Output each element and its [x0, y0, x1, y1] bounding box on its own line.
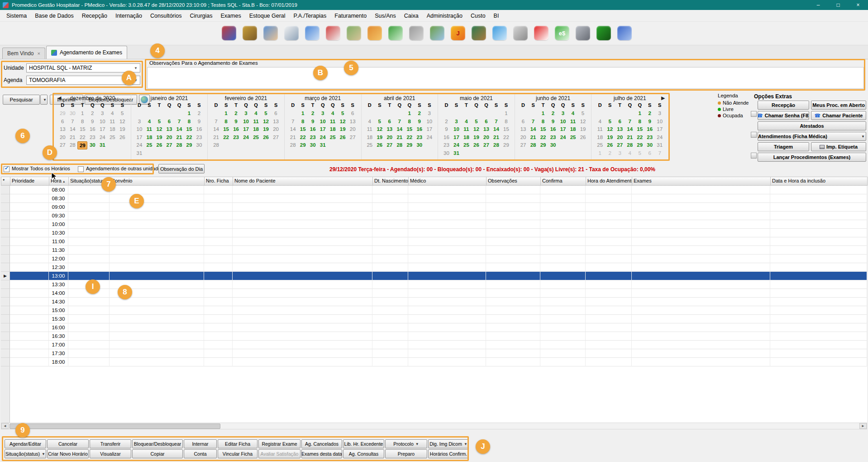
button-protocolo[interactable]: Protocolo▼ [385, 439, 427, 448]
selected-day[interactable]: 29 [77, 141, 87, 149]
chat-icon[interactable] [492, 26, 507, 40]
calendar-day[interactable]: 23 [548, 134, 558, 142]
calendar-day[interactable]: 6 [385, 118, 395, 126]
calendar-day[interactable]: 19 [471, 134, 481, 142]
calendar-day[interactable]: 30 [308, 141, 318, 149]
schedule-row-11:00[interactable]: 11:00 [1, 237, 867, 246]
calendar-day[interactable]: 12 [261, 118, 271, 126]
calendar-day[interactable]: 13 [518, 125, 528, 134]
invoice-icon[interactable] [513, 26, 528, 40]
calendar-day[interactable]: 19 [578, 125, 588, 134]
calendar-day[interactable]: 18 [365, 134, 375, 142]
calendar-day[interactable]: 12 [338, 118, 348, 126]
calendar-day[interactable]: 9 [645, 118, 655, 126]
calendar-day[interactable]: 14 [625, 125, 635, 134]
calendar-day[interactable]: 5 [635, 149, 645, 158]
calendar-day[interactable]: 3 [655, 110, 665, 118]
calendar-day[interactable]: 14 [395, 125, 405, 134]
observacoes-textarea[interactable] [147, 67, 864, 89]
monitor-icon[interactable] [596, 26, 611, 40]
calendar-day[interactable]: 5 [605, 118, 615, 126]
calendar-day[interactable]: 8 [635, 118, 645, 126]
calendar-day[interactable]: 6 [271, 110, 281, 118]
observacao-do-dia-button[interactable]: Observação do Dia [158, 164, 205, 173]
calendar-day[interactable]: 23 [87, 134, 97, 142]
calendar-day[interactable]: 9 [308, 118, 318, 126]
schedule-row-14:00[interactable]: 14:00 [1, 289, 867, 298]
calendar-day[interactable]: 26 [117, 134, 127, 142]
calendar-day[interactable]: 29 [57, 110, 67, 118]
calendar-day[interactable]: 1 [184, 110, 194, 118]
calendar-day[interactable]: 20 [518, 134, 528, 142]
calendar-day[interactable]: 22 [298, 134, 308, 142]
menu-item-recep-o[interactable]: Recepção [78, 10, 111, 22]
calendar-day[interactable]: 4 [251, 110, 261, 118]
calendar-day[interactable]: 22 [184, 134, 194, 142]
calendar-day[interactable]: 6 [615, 118, 625, 126]
column-header-hora-do-atendimento[interactable]: Hora do Atendimento [586, 177, 632, 186]
money-icon[interactable] [388, 26, 403, 40]
calendar-day[interactable]: 29 [184, 141, 194, 149]
calendar-day[interactable]: 12 [117, 118, 127, 126]
calendar-day[interactable]: 15 [184, 125, 194, 134]
calendar-day[interactable]: 8 [77, 118, 87, 126]
calendar-day[interactable]: 28 [174, 141, 184, 149]
exit-icon[interactable] [617, 26, 632, 40]
calendar-day[interactable]: 30 [194, 141, 204, 149]
calendar-day[interactable]: 16 [645, 125, 655, 134]
calendar-day[interactable]: 18 [107, 125, 117, 134]
phone-list-icon[interactable] [751, 111, 757, 117]
calendar-day[interactable]: 7 [655, 149, 665, 158]
calendar-day[interactable]: 13 [481, 125, 491, 134]
pesquisar-button[interactable]: Pesquisar [3, 95, 40, 105]
column-header-data-e-hora-da-inclus-o[interactable]: Data e Hora da inclusão [771, 177, 868, 186]
calendar-day[interactable]: 21 [174, 134, 184, 142]
calendar-day[interactable]: 16 [441, 134, 451, 142]
schedule-row-17:00[interactable]: 17:00 [1, 341, 867, 349]
checkbox-unchecked-icon[interactable] [78, 166, 84, 172]
calendar-day[interactable]: 10 [655, 118, 665, 126]
calendar-day[interactable]: 21 [625, 134, 635, 142]
menu-item-sistema[interactable]: Sistema [2, 10, 31, 22]
calendar-day[interactable]: 28 [288, 141, 298, 149]
calendar-day[interactable]: 25 [595, 141, 605, 149]
calendar-day[interactable]: 1 [405, 110, 415, 118]
calendar-day[interactable]: 25 [144, 141, 154, 149]
calendar-day[interactable]: 4 [107, 110, 117, 118]
schedule-row-13:30[interactable]: 13:30 [1, 280, 867, 289]
calendar-next-icon[interactable]: ▶ [661, 95, 665, 101]
calendar-day[interactable]: 14 [288, 125, 298, 134]
calendar-day[interactable]: 6 [518, 118, 528, 126]
schedule-row-08:30[interactable]: 08:30 [1, 194, 867, 203]
prescription-icon[interactable] [284, 26, 299, 40]
calendar-day[interactable]: 7 [288, 118, 298, 126]
calendar-day[interactable]: 24 [424, 134, 434, 142]
calendar-day[interactable]: 11 [365, 125, 375, 134]
calendar-day[interactable]: 16 [87, 125, 97, 134]
minimize-button[interactable]: – [808, 0, 828, 10]
keys-icon[interactable] [243, 26, 257, 40]
calendar-day[interactable]: 14 [491, 125, 501, 134]
button-preparo[interactable]: Preparo [385, 449, 427, 458]
calendar-day[interactable]: 28 [625, 141, 635, 149]
tab-agendamento-exames[interactable]: Agendamento de Exames [46, 46, 127, 59]
calendar-day[interactable]: 27 [615, 141, 625, 149]
calendar-day[interactable]: 4 [595, 118, 605, 126]
calendar-day[interactable]: 20 [57, 134, 67, 142]
calendar-day[interactable]: 23 [645, 134, 655, 142]
calendar-day[interactable]: 27 [348, 134, 358, 142]
calendar-day[interactable]: 8 [184, 118, 194, 126]
calendar-day[interactable]: 10 [318, 118, 328, 126]
calendar-day[interactable]: 20 [348, 125, 358, 134]
calendar-day[interactable]: 17 [424, 125, 434, 134]
column-header-nro-ficha[interactable]: Nro. Ficha [205, 177, 233, 186]
calendar-day[interactable]: 2 [415, 110, 424, 118]
calendar-day[interactable]: 3 [134, 118, 144, 126]
calendar-day[interactable]: 30 [645, 141, 655, 149]
calendar-day[interactable]: 29 [635, 141, 645, 149]
mostrar-todos-horarios-checkbox[interactable]: Mostrar Todos os Horários [4, 165, 70, 171]
calendar-day[interactable]: 25 [568, 134, 578, 142]
calendar-day[interactable]: 19 [261, 125, 271, 134]
calendar-day[interactable]: 21 [211, 134, 221, 142]
calendar-day[interactable]: 22 [405, 134, 415, 142]
